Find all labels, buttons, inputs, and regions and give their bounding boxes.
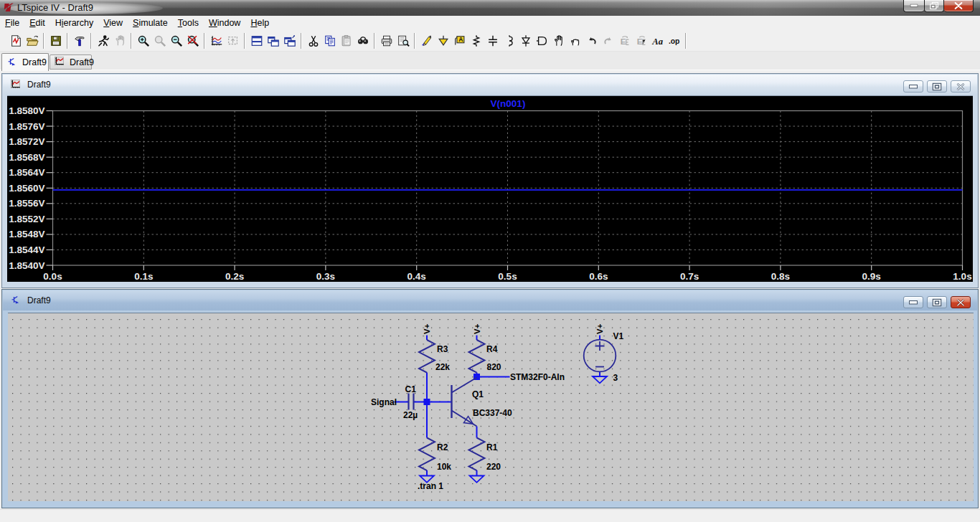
toolbar-text-icon[interactable]: Aa: [649, 32, 666, 49]
waveform-minimize-button[interactable]: [903, 80, 923, 92]
toolbar-inductor-icon[interactable]: [501, 32, 517, 49]
toolbar-cut-icon[interactable]: [305, 32, 321, 49]
net-label-rail-r3[interactable]: V+: [423, 323, 431, 334]
document-tab-bar: Draft9Draft9: [0, 52, 980, 70]
restore-icon: [930, 2, 938, 10]
menu-item-help[interactable]: Help: [245, 16, 274, 30]
schematic-window-title-bar[interactable]: Draft9: [3, 290, 977, 310]
toolbar-tile-vertical-icon[interactable]: [265, 32, 281, 49]
net-label-rail-v1[interactable]: V+: [595, 323, 604, 334]
schematic-window-title: Draft9: [27, 295, 51, 305]
schematic-icon: [6, 57, 19, 69]
label-r2-value[interactable]: 10k: [437, 462, 451, 472]
svg-text:.op: .op: [668, 37, 679, 45]
label-c1-ref[interactable]: C1: [405, 384, 417, 394]
toolbar-undo-icon[interactable]: [583, 32, 600, 49]
y-axis-label: 1.8564V: [9, 167, 44, 178]
label-v1-ref[interactable]: V1: [613, 331, 624, 341]
label-q1-ref[interactable]: Q1: [472, 389, 484, 399]
toolbar-autorange-icon[interactable]: [208, 32, 225, 49]
y-axis-label: 1.8572V: [9, 136, 44, 147]
svg-text:A: A: [458, 36, 463, 43]
tab-label: Draft9: [70, 57, 94, 67]
toolbar-print-preview-icon[interactable]: [395, 32, 411, 49]
menu-item-simulate[interactable]: Simulate: [128, 16, 173, 30]
minimize-icon: [910, 4, 918, 8]
label-r1-ref[interactable]: R1: [486, 442, 498, 452]
x-axis-label: 0.5s: [498, 271, 517, 282]
net-label-output[interactable]: STM32F0-AIn: [510, 372, 565, 382]
toolbar-resistor-icon[interactable]: [468, 32, 484, 49]
waveform-close-button[interactable]: [951, 80, 971, 92]
x-axis-label: 0.9s: [862, 271, 881, 282]
toolbar-run-icon[interactable]: [95, 32, 111, 49]
toolbar-spice-directive-icon[interactable]: .op: [666, 32, 682, 49]
schematic-restore-button[interactable]: [927, 296, 947, 308]
spice-directive-text[interactable]: .tran 1: [418, 481, 443, 491]
label-r3-value[interactable]: 22k: [435, 362, 450, 372]
tab-draft9-schematic[interactable]: Draft9: [1, 53, 49, 71]
toolbar-move-icon[interactable]: [550, 32, 567, 49]
toolbar-open-icon[interactable]: [24, 32, 40, 49]
svg-text:Aa: Aa: [651, 37, 663, 47]
toolbar-zoom-out-icon[interactable]: [168, 32, 184, 49]
toolbar-save-icon[interactable]: [47, 32, 64, 49]
net-label-signal[interactable]: Signal: [371, 397, 397, 407]
toolbar-new-schematic-icon[interactable]: [7, 32, 24, 49]
toolbar-find-icon[interactable]: [354, 32, 371, 49]
menu-item-view[interactable]: View: [98, 16, 128, 30]
toolbar-ground-icon[interactable]: [435, 32, 451, 49]
menu-item-edit[interactable]: Edit: [24, 16, 50, 30]
toolbar-tile-horizontal-icon[interactable]: [248, 32, 265, 49]
waveform-window-title-bar[interactable]: Draft9: [3, 75, 977, 95]
toolbar-separator: [301, 33, 302, 49]
x-axis-label: 0.0s: [43, 271, 62, 282]
toolbar-wire-icon[interactable]: [418, 32, 435, 49]
ltspice-app: { "window": { "title": "LTspice IV - Dra…: [0, 0, 980, 522]
toolbar-diode-icon[interactable]: [517, 32, 534, 49]
label-r3-ref[interactable]: R3: [437, 344, 448, 354]
waveform-restore-button[interactable]: [927, 80, 947, 92]
toolbar-zoom-fit-icon[interactable]: [184, 32, 201, 49]
y-axis-label: 1.8556V: [9, 198, 44, 209]
menu-item-tools[interactable]: Tools: [173, 16, 204, 30]
svg-text:E: E: [620, 37, 626, 46]
tab-draft9-waveform[interactable]: Draft9: [50, 54, 92, 70]
waveform-icon: [54, 56, 66, 68]
y-axis-label: 1.8576V: [9, 121, 44, 132]
menu-item-hierarchy[interactable]: Hierarchy: [50, 16, 99, 30]
toolbar-drag-icon[interactable]: [567, 32, 583, 49]
toolbar-capacitor-icon[interactable]: [484, 32, 501, 49]
toolbar-control-panel-icon[interactable]: [71, 32, 88, 49]
app-minimize-button[interactable]: [903, 0, 924, 12]
toolbar-separator: [131, 33, 132, 49]
schematic-close-button[interactable]: [951, 296, 971, 308]
menu-item-file[interactable]: File: [0, 16, 24, 30]
toolbar: AEEAa.op: [0, 31, 980, 52]
menu-item-window[interactable]: Window: [204, 16, 245, 30]
label-r4-value[interactable]: 820: [487, 362, 501, 372]
toolbar-cascade-icon[interactable]: [281, 32, 298, 49]
toolbar-component-icon[interactable]: [534, 32, 550, 49]
schematic-canvas[interactable]: V+ V+ V+ C1 22µ Signal R3 22k R4 820 Q1 …: [8, 313, 974, 501]
x-axis-label: 0.6s: [589, 271, 608, 282]
junction-base-node[interactable]: [424, 399, 430, 405]
restore-icon: [933, 82, 942, 90]
toolbar-label-net-icon[interactable]: A: [451, 32, 468, 49]
net-label-rail-r4[interactable]: V+: [473, 323, 481, 334]
label-r1-value[interactable]: 220: [486, 462, 501, 472]
label-r4-ref[interactable]: R4: [486, 344, 498, 354]
label-r2-ref[interactable]: R2: [437, 442, 448, 452]
toolbar-zoom-in-icon[interactable]: [135, 32, 151, 49]
app-restore-button[interactable]: [924, 0, 944, 12]
waveform-plot-pane[interactable]: 1.8580V1.8576V1.8572V1.8568V1.8564V1.856…: [7, 95, 973, 282]
trace-label[interactable]: V(n001): [491, 98, 526, 109]
toolbar-print-icon[interactable]: [378, 32, 395, 49]
label-c1-value[interactable]: 22µ: [403, 410, 418, 420]
app-close-button[interactable]: [944, 0, 974, 12]
label-v1-value[interactable]: 3: [613, 373, 618, 383]
label-q1-value[interactable]: BC337-40: [473, 408, 512, 418]
schematic-minimize-button[interactable]: [903, 296, 923, 308]
toolbar-pan-icon: [225, 32, 241, 49]
toolbar-copy-icon[interactable]: [321, 32, 338, 49]
